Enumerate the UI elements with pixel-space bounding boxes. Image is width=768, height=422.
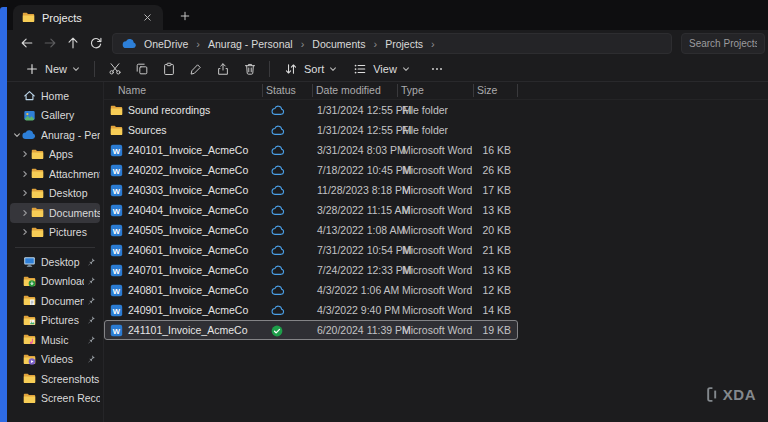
sidebar-item-label: Apps bbox=[49, 148, 100, 160]
column-separator[interactable] bbox=[517, 84, 518, 97]
sidebar-item-screenshots[interactable]: Screenshots bbox=[10, 369, 100, 389]
word-document-icon: W bbox=[110, 204, 123, 217]
xda-logo-icon bbox=[706, 386, 721, 403]
file-name: 240505_Invoice_AcmeCo bbox=[128, 224, 248, 236]
file-name: 240901_Invoice_AcmeCo bbox=[128, 304, 248, 316]
cut-button[interactable] bbox=[101, 57, 128, 81]
sidebar-item-screen-recordin[interactable]: Screen Recordin bbox=[10, 389, 100, 409]
column-separator[interactable] bbox=[312, 84, 313, 97]
file-date-modified: 7/18/2022 10:45 PM bbox=[317, 164, 412, 176]
chevron-right-icon[interactable] bbox=[20, 228, 30, 236]
file-row[interactable]: W240202_Invoice_AcmeCo7/18/2022 10:45 PM… bbox=[104, 160, 518, 180]
file-row[interactable]: W240701_Invoice_AcmeCo7/24/2022 12:33 PM… bbox=[104, 260, 518, 280]
column-separator[interactable] bbox=[473, 84, 474, 97]
cloud-status-icon bbox=[271, 105, 285, 116]
column-header-size[interactable]: Size bbox=[477, 84, 497, 96]
file-size: 20 KB bbox=[453, 224, 511, 236]
sidebar-item-attachments[interactable]: Attachments bbox=[10, 164, 100, 184]
share-button[interactable] bbox=[209, 57, 236, 81]
file-size: 13 KB bbox=[453, 264, 511, 276]
sidebar-item-documents[interactable]: Documents bbox=[10, 291, 100, 311]
file-row[interactable]: Sources1/31/2024 12:55 PMFile folder bbox=[104, 120, 518, 140]
sidebar-item-pictures[interactable]: Pictures bbox=[10, 311, 100, 331]
sidebar-item-pictures[interactable]: Pictures bbox=[10, 223, 100, 243]
pin-icon bbox=[86, 354, 96, 364]
folder-icon bbox=[22, 372, 36, 386]
file-list: Sound recordings1/31/2024 12:55 PMFile f… bbox=[104, 100, 522, 340]
tab-projects[interactable]: Projects bbox=[13, 5, 163, 30]
column-separator[interactable] bbox=[262, 84, 263, 97]
sidebar-item-label: Documents bbox=[49, 207, 100, 219]
sidebar-item-videos[interactable]: Videos bbox=[10, 350, 100, 370]
column-separator[interactable] bbox=[397, 84, 398, 97]
back-button[interactable] bbox=[15, 32, 38, 54]
sidebar-item-label: Documents bbox=[41, 295, 84, 307]
new-tab-button[interactable] bbox=[175, 8, 195, 24]
sidebar-item-gallery[interactable]: Gallery bbox=[10, 106, 100, 126]
breadcrumb-item[interactable]: Documents bbox=[312, 38, 365, 50]
refresh-button[interactable] bbox=[84, 32, 107, 54]
column-header-type[interactable]: Type bbox=[401, 84, 424, 96]
column-header-date[interactable]: Date modified bbox=[316, 84, 381, 96]
file-row[interactable]: W240505_Invoice_AcmeCo4/13/2022 1:08 AMM… bbox=[104, 220, 518, 240]
file-row[interactable]: W240801_Invoice_AcmeCo4/3/2022 1:06 AMMi… bbox=[104, 280, 518, 300]
file-row[interactable]: W241101_Invoice_AcmeCo6/20/2024 11:39 PM… bbox=[104, 320, 518, 340]
folder-icon bbox=[110, 104, 123, 117]
view-button-label: View bbox=[373, 63, 397, 75]
file-row[interactable]: W240101_Invoice_AcmeCo3/31/2024 8:03 PMM… bbox=[104, 140, 518, 160]
sidebar-item-label: Downloads bbox=[41, 275, 84, 287]
cloud-status-icon bbox=[271, 165, 285, 176]
file-date-modified: 6/20/2024 11:39 PM bbox=[317, 324, 411, 336]
sidebar-item-apps[interactable]: Apps bbox=[10, 145, 100, 165]
folder-icon bbox=[30, 186, 44, 200]
column-header-status[interactable]: Status bbox=[266, 84, 296, 96]
file-row[interactable]: W240601_Invoice_AcmeCo7/31/2022 10:54 PM… bbox=[104, 240, 518, 260]
file-row[interactable]: Sound recordings1/31/2024 12:55 PMFile f… bbox=[104, 100, 518, 120]
more-options-button[interactable] bbox=[424, 57, 451, 81]
file-row[interactable]: W240303_Invoice_AcmeCo11/28/2023 8:18 PM… bbox=[104, 180, 518, 200]
svg-text:W: W bbox=[113, 147, 121, 156]
file-row[interactable]: W240404_Invoice_AcmeCo3/28/2022 11:15 AM… bbox=[104, 200, 518, 220]
chevron-right-icon[interactable] bbox=[20, 209, 30, 217]
up-button[interactable] bbox=[61, 32, 84, 54]
file-date-modified: 1/31/2024 12:55 PM bbox=[317, 104, 412, 116]
view-button[interactable]: View bbox=[345, 57, 418, 81]
sort-button[interactable]: Sort bbox=[276, 57, 345, 81]
sidebar-item-music[interactable]: Music bbox=[10, 330, 100, 350]
breadcrumb-item[interactable]: Anurag - Personal bbox=[208, 38, 293, 50]
breadcrumb-item[interactable]: OneDrive bbox=[144, 38, 188, 50]
chevron-right-icon[interactable] bbox=[20, 170, 30, 178]
forward-button[interactable] bbox=[38, 32, 61, 54]
sidebar-item-label: Attachments bbox=[49, 168, 100, 180]
sidebar-item-label: Pictures bbox=[41, 314, 84, 326]
chevron-right-icon[interactable] bbox=[20, 189, 30, 197]
sidebar-item-documents[interactable]: Documents bbox=[10, 203, 100, 223]
file-name: 240101_Invoice_AcmeCo bbox=[128, 144, 248, 156]
delete-button[interactable] bbox=[236, 57, 263, 81]
breadcrumb-item[interactable]: Projects bbox=[385, 38, 423, 50]
file-row[interactable]: W240901_Invoice_AcmeCo4/3/2022 9:40 PMMi… bbox=[104, 300, 518, 320]
column-header-name[interactable]: Name bbox=[118, 84, 146, 96]
file-date-modified: 7/31/2022 10:54 PM bbox=[317, 244, 412, 256]
sidebar-item-desktop[interactable]: Desktop bbox=[10, 184, 100, 204]
chevron-down-icon[interactable] bbox=[12, 131, 22, 139]
videos-icon bbox=[22, 352, 36, 366]
breadcrumb-separator: › bbox=[301, 38, 305, 50]
file-date-modified: 4/13/2022 1:08 AM bbox=[317, 224, 405, 236]
paste-button[interactable] bbox=[155, 57, 182, 81]
chevron-right-icon[interactable] bbox=[20, 150, 30, 158]
file-size: 19 KB bbox=[453, 324, 511, 336]
search-input[interactable] bbox=[681, 33, 765, 54]
sidebar-item-home[interactable]: Home bbox=[10, 86, 100, 106]
new-button[interactable]: New bbox=[17, 57, 88, 81]
word-document-icon: W bbox=[110, 324, 123, 337]
sidebar-item-downloads[interactable]: Downloads bbox=[10, 272, 100, 292]
sidebar-item-anurag-person[interactable]: Anurag - Person bbox=[10, 125, 100, 145]
address-bar[interactable]: OneDrive›Anurag - Personal›Documents›Pro… bbox=[112, 33, 672, 54]
rename-button[interactable] bbox=[182, 57, 209, 81]
word-document-icon: W bbox=[110, 264, 123, 277]
copy-button[interactable] bbox=[128, 57, 155, 81]
close-tab-icon[interactable] bbox=[141, 11, 154, 24]
plus-icon bbox=[25, 62, 39, 76]
sidebar-item-desktop[interactable]: Desktop bbox=[10, 252, 100, 272]
